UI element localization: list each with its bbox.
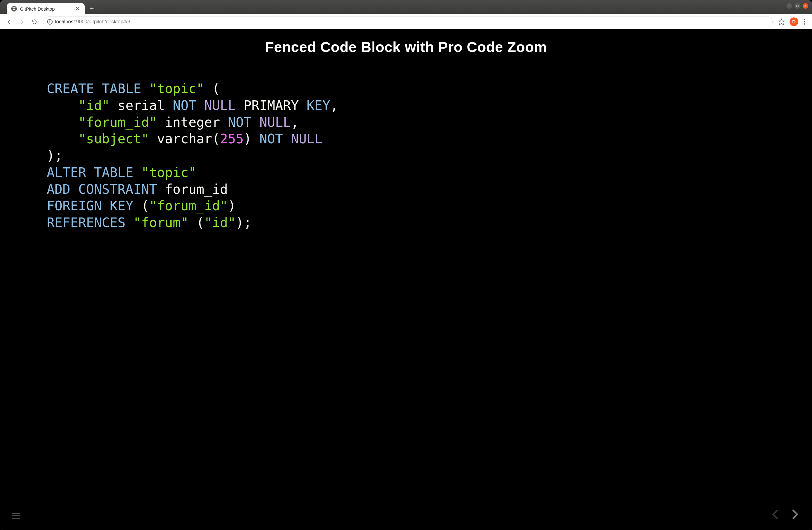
code-token: serial [118,98,165,113]
code-token: ( [196,215,204,230]
slide-content: Fenced Code Block with Pro Code Zoom CRE… [0,29,812,530]
code-token: 255 [220,131,244,146]
code-token: ( [212,81,220,96]
code-token: "forum_id" [78,115,157,130]
code-token: TABLE [94,165,133,180]
browser-window: GitPitch Desktop ✕ + i [0,0,812,530]
code-token: NOT [259,131,283,146]
url-path: :9000/gitpitch/desktop#/3 [75,19,130,24]
code-token: , [330,98,338,113]
code-token: NULL [259,115,291,130]
code-token: NOT [228,115,252,130]
code-token: varchar [157,131,212,146]
code-token: ) [228,198,236,213]
code-token: NULL [291,131,322,146]
browser-menu-button[interactable] [801,17,808,27]
code-token: , [291,115,299,130]
browser-toolbar: i localhost:9000/gitpitch/desktop#/3 D [0,14,812,29]
code-token: "topic" [149,81,204,96]
svg-rect-1 [796,5,798,7]
slide-nav [767,506,803,523]
code-token: KEY [110,198,133,213]
url-bar[interactable]: i localhost:9000/gitpitch/desktop#/3 [43,16,773,27]
code-token: CONSTRAINT [78,182,157,197]
code-token: PRIMARY [244,98,299,113]
code-token: "forum_id" [149,198,228,213]
forward-button[interactable] [16,16,27,27]
code-token: "id" [204,215,236,230]
window-close-button[interactable] [803,3,808,9]
code-token: integer [165,115,220,130]
code-token: NULL [204,98,236,113]
url-host: localhost [55,19,75,24]
code-token: KEY [307,98,331,113]
close-tab-icon[interactable]: ✕ [75,6,81,12]
code-token: ALTER [47,165,86,180]
browser-tab[interactable]: GitPitch Desktop ✕ [7,3,85,14]
window-controls [786,3,808,9]
code-token: REFERENCES [47,215,126,230]
code-token: "forum" [133,215,188,230]
window-maximize-button[interactable] [795,3,800,9]
slide-title: Fenced Code Block with Pro Code Zoom [265,39,547,56]
code-token: "id" [78,98,110,113]
svg-marker-4 [779,19,784,24]
profile-avatar[interactable]: D [789,17,798,26]
code-token: ); [236,215,252,230]
code-token: ); [47,148,62,163]
toolbar-right: D [776,16,808,27]
site-info-icon[interactable]: i [47,19,53,25]
code-token: TABLE [102,81,141,96]
prev-slide-button[interactable] [767,506,785,523]
code-token: NOT [173,98,197,113]
window-minimize-button[interactable] [786,3,792,9]
back-button[interactable] [4,16,15,27]
new-tab-button[interactable]: + [87,4,97,13]
code-token: ( [141,198,149,213]
code-token: "topic" [141,165,196,180]
code-token: ( [212,131,220,146]
slide-menu[interactable] [12,513,20,519]
titlebar: GitPitch Desktop ✕ + [0,0,812,14]
code-token: ADD [47,182,70,197]
hamburger-icon [12,513,20,519]
next-slide-button[interactable] [786,506,803,523]
code-token: forum_id [165,182,228,197]
code-token: FOREIGN [47,198,102,213]
avatar-initial: D [792,19,796,24]
code-pre: CREATE TABLE "topic" ( "id" serial NOT N… [47,81,765,231]
code-block: CREATE TABLE "topic" ( "id" serial NOT N… [0,81,812,231]
code-token: CREATE [47,81,94,96]
reload-button[interactable] [29,16,40,27]
bookmark-star-icon[interactable] [776,16,787,27]
globe-icon [11,6,17,12]
code-token: ) [244,131,251,146]
tab-title: GitPitch Desktop [20,6,72,12]
code-token: "subject" [78,131,149,146]
